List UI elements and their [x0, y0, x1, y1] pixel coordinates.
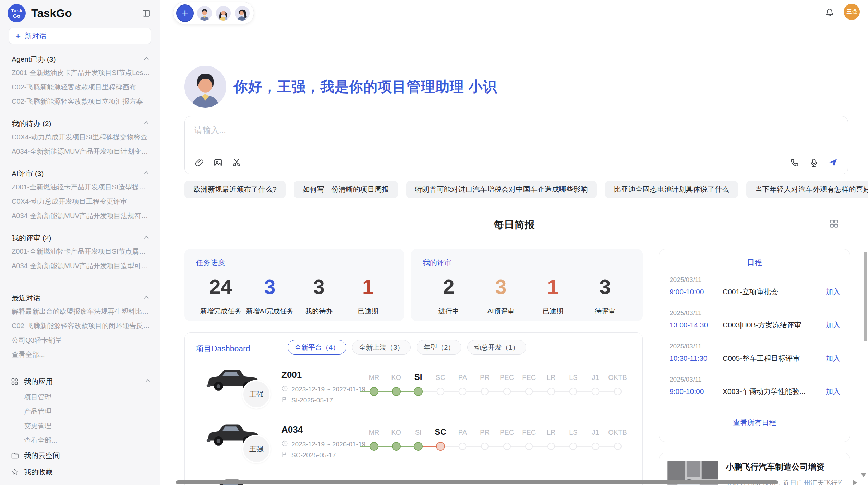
suggestion-chip[interactable]: 当下年轻人对汽车外观有怎样的喜好趋势: [746, 181, 868, 198]
app-logo: Task Go: [8, 4, 26, 22]
user-avatar[interactable]: 王强: [844, 4, 860, 20]
agent-avatar-2[interactable]: [215, 5, 231, 21]
recent-conversation-item[interactable]: 查看全部...: [0, 347, 160, 362]
send-icon[interactable]: [828, 158, 838, 168]
chat-input-box[interactable]: 请输入...: [184, 116, 848, 174]
milestone-dot[interactable]: [436, 442, 445, 451]
project-flag-label: SC-2025-05-17: [291, 451, 336, 459]
stat-column: 3AI预评审: [475, 276, 527, 316]
add-agent-button[interactable]: +: [176, 4, 194, 22]
milestone-dot[interactable]: [392, 387, 401, 396]
milestone-dot[interactable]: [592, 388, 599, 395]
sidebar-task-item[interactable]: Z001-全新燃油轻卡产品开发项目SI节点属性5D文件评审: [0, 244, 160, 259]
new-chat-button[interactable]: + 新对话: [9, 28, 151, 44]
milestone-dot[interactable]: [370, 442, 378, 451]
milestone-dot[interactable]: [481, 388, 489, 395]
dashboard-tab[interactable]: 全新上装（3）: [352, 340, 411, 355]
scroll-right-arrow[interactable]: [853, 480, 857, 485]
agent-avatar-1[interactable]: [196, 5, 213, 21]
join-meeting-link[interactable]: 加入: [826, 320, 840, 330]
milestone-dot[interactable]: [392, 442, 401, 451]
milestone-dot[interactable]: [547, 388, 555, 395]
sidebar-app-item[interactable]: 查看全部...: [0, 433, 160, 447]
sidebar-task-item[interactable]: A034-全新新能源MUV产品开发项目法规符合性评审: [0, 209, 160, 223]
schedule-item: 2025/03/119:00-10:00C001-立项审批会加入: [670, 273, 840, 307]
milestone-dot[interactable]: [414, 387, 423, 396]
horizontal-scrollbar[interactable]: [176, 480, 778, 484]
sidebar-section-header[interactable]: Agent已办 (3): [12, 54, 150, 64]
milestone-dot[interactable]: [370, 387, 378, 396]
chevron-up-icon[interactable]: [144, 377, 151, 386]
dashboard-tab[interactable]: 年型（2）: [417, 340, 461, 355]
chevron-up-icon[interactable]: [143, 170, 150, 178]
sidebar-scroll: Agent已办 (3)Z001-全新燃油皮卡产品开发项目SI节点Lesson L…: [0, 54, 160, 485]
agent-avatar-3[interactable]: [234, 5, 250, 21]
join-meeting-link[interactable]: 加入: [826, 287, 840, 297]
sidebar-task-item[interactable]: C0X4-动力总成开发项目SI里程碑提交物检查: [0, 130, 160, 144]
milestone-dot[interactable]: [592, 443, 599, 450]
briefing-layout-icon[interactable]: [829, 219, 839, 229]
join-meeting-link[interactable]: 加入: [826, 387, 840, 396]
stat-card: 我的评审2进行中3AI预评审1已逾期3待评审: [411, 249, 643, 321]
milestone-dot[interactable]: [525, 388, 533, 395]
sidebar-item-cloud[interactable]: 我的云空间: [0, 447, 160, 464]
chevron-up-icon[interactable]: [143, 55, 150, 64]
sidebar-item-my-apps[interactable]: 我的应用: [0, 373, 160, 390]
recent-conversation-item[interactable]: 解释最新出台的欧盟报废车法规再生塑料比例被调至15%...: [0, 304, 160, 319]
sidebar-app-item[interactable]: 产品管理: [0, 404, 160, 419]
milestone-dot[interactable]: [614, 388, 622, 395]
dashboard-tab[interactable]: 全新平台（4）: [288, 340, 346, 355]
sidebar-task-item[interactable]: A034-全新新能源MUV产品开发项目计划变更表编写: [0, 144, 160, 159]
app-screen: Task Go TaskGo + 新对话 Agent已办 (3)Z001-全新燃…: [0, 0, 868, 485]
milestone-dot[interactable]: [569, 443, 577, 450]
recent-conversation-item[interactable]: 公司Q3轻卡销量: [0, 333, 160, 347]
milestone-dot[interactable]: [459, 443, 466, 450]
divider: [0, 283, 160, 283]
notifications-bell-icon[interactable]: [824, 7, 835, 17]
sidebar-section-header[interactable]: AI评审 (3): [12, 169, 150, 178]
recent-conversation-item[interactable]: C02-飞腾新能源轻客改款项目的闭环通告反馈情况: [0, 319, 160, 333]
sidebar-app-item[interactable]: 项目管理: [0, 390, 160, 404]
milestone-dot[interactable]: [525, 443, 533, 450]
sidebar-section-header[interactable]: 我的评审 (2): [12, 233, 150, 243]
milestone-dot[interactable]: [481, 443, 489, 450]
sidebar-task-item[interactable]: Z001-全新燃油皮卡产品开发项目SI节点Lesson Learn报告: [0, 65, 160, 80]
apps-grid-icon: [11, 377, 19, 386]
attachment-icon[interactable]: [194, 158, 205, 168]
dashboard-tab[interactable]: 动总开发（1）: [467, 340, 526, 355]
milestone-dot[interactable]: [437, 388, 444, 395]
milestone-dot[interactable]: [503, 388, 511, 395]
suggestion-chip[interactable]: 如何写一份清晰的项目周报: [294, 181, 398, 198]
chevron-up-icon[interactable]: [143, 294, 150, 302]
scissors-icon[interactable]: [231, 158, 242, 168]
join-meeting-link[interactable]: 加入: [826, 353, 840, 363]
sidebar-section-header[interactable]: 最近对话: [12, 293, 150, 303]
milestone-dot[interactable]: [569, 388, 577, 395]
suggestion-chip[interactable]: 欧洲新规最近颁布了什么?: [184, 181, 286, 198]
scroll-down-arrow[interactable]: [861, 473, 866, 477]
sidebar-task-item[interactable]: C02-飞腾新能源轻客改款项目立项汇报方案: [0, 94, 160, 109]
greeting-block: 你好，王强，我是你的项目管理助理 小识: [184, 66, 497, 108]
vertical-scrollbar[interactable]: [864, 252, 867, 341]
milestone-dot[interactable]: [547, 443, 555, 450]
sidebar-task-item[interactable]: Z001-全新燃油轻卡产品开发项目SI造型提交物评审: [0, 180, 160, 194]
suggestion-chip[interactable]: 比亚迪全固态电池计划具体说了什么: [605, 181, 738, 198]
sidebar-item-favorites[interactable]: 我的收藏: [0, 464, 160, 480]
sidebar-task-item[interactable]: A034-全新新能源MUV产品开发项目造型可行性评审: [0, 259, 160, 273]
suggestion-chip[interactable]: 特朗普可能对进口汽车增税会对中国车企造成哪些影响: [406, 181, 597, 198]
milestone-dot[interactable]: [503, 443, 511, 450]
view-all-schedule-link[interactable]: 查看所有日程: [659, 418, 850, 427]
chevron-up-icon[interactable]: [143, 120, 150, 128]
image-icon[interactable]: [213, 158, 223, 168]
sidebar-section-header[interactable]: 我的待办 (2): [12, 119, 150, 128]
voice-call-icon[interactable]: [789, 158, 800, 168]
milestone-dot[interactable]: [414, 442, 423, 451]
sidebar-app-item[interactable]: 变更管理: [0, 419, 160, 433]
sidebar-task-item[interactable]: C0X4-动力总成开发项目工程变更评审: [0, 194, 160, 209]
sidebar-collapse-icon[interactable]: [140, 7, 153, 20]
milestone-dot[interactable]: [459, 388, 466, 395]
sidebar-task-item[interactable]: C02-飞腾新能源轻客改款项目里程碑画布: [0, 80, 160, 94]
milestone-dot[interactable]: [614, 443, 622, 450]
chevron-up-icon[interactable]: [143, 234, 150, 242]
microphone-icon[interactable]: [809, 158, 819, 168]
